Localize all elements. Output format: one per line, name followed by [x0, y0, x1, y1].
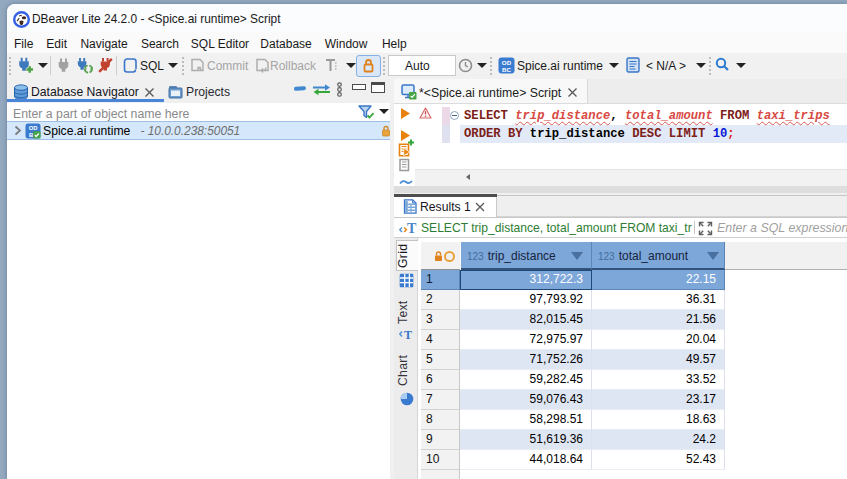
svg-text:T: T	[404, 328, 412, 342]
svg-text:OD: OD	[29, 125, 38, 131]
svg-text:OD: OD	[502, 59, 512, 66]
svg-text:T: T	[407, 221, 417, 235]
svg-text:B: B	[29, 132, 33, 138]
svg-text:BC: BC	[502, 66, 511, 73]
